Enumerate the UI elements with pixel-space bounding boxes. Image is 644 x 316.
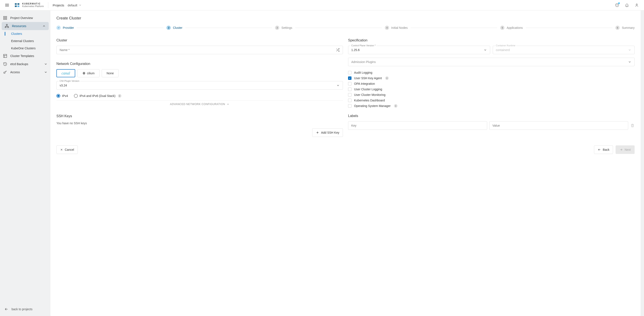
check-os-manager[interactable]: Operating System Manager i — [348, 104, 634, 108]
shuffle-icon[interactable] — [336, 48, 340, 52]
next-button[interactable]: Next — [616, 145, 634, 154]
sidebar-item-label: etcd Backups — [10, 62, 28, 66]
info-icon[interactable]: i — [385, 76, 389, 80]
cluster-name-field[interactable] — [56, 46, 343, 54]
add-ssh-key-button[interactable]: Add SSH Key — [312, 128, 343, 137]
svg-point-12 — [4, 72, 5, 73]
header-divider — [48, 2, 48, 8]
check-user-cluster-logging[interactable]: User Cluster Logging — [348, 87, 634, 91]
back-button[interactable]: Back — [594, 145, 613, 154]
svg-rect-5 — [6, 18, 7, 20]
sidebar-sub-clusters[interactable]: Clusters — [0, 30, 50, 37]
trash-icon[interactable] — [630, 123, 634, 128]
info-icon[interactable]: i — [118, 94, 121, 98]
step-summary: 6 Summary — [615, 26, 634, 30]
ip-radio-label: IPv4 and IPv6 (Dual Stack) — [80, 94, 116, 98]
sidebar-item-etcd-backups[interactable]: etcd Backups — [0, 60, 50, 68]
svg-rect-9 — [4, 54, 7, 58]
check-user-cluster-monitoring[interactable]: User Cluster Monitoring — [348, 93, 634, 96]
step-label: Initial Nodes — [391, 26, 408, 29]
chevron-down-icon — [226, 103, 230, 106]
sidebar-item-label: Access — [10, 70, 20, 74]
sidebar-item-access[interactable]: Access — [0, 68, 50, 76]
sidebar-sub-external-clusters[interactable]: External Clusters — [0, 37, 50, 45]
sidebar: Project Overview Resources Clusters Exte… — [0, 10, 50, 316]
check-audit-logging[interactable]: Audit Logging — [348, 71, 634, 74]
back-to-projects-label: back to projects — [12, 308, 32, 311]
check-icon — [58, 27, 60, 29]
svg-point-1 — [636, 4, 638, 5]
step-settings: 3 Settings — [275, 26, 292, 30]
back-label: Back — [603, 148, 610, 151]
step-label: Summary — [622, 26, 634, 29]
check-label: OPA Integration — [354, 82, 375, 85]
advanced-network-label: ADVANCED NETWORK CONFIGURATION — [170, 103, 225, 106]
notifications-button[interactable] — [623, 1, 631, 9]
svg-rect-8 — [8, 27, 8, 27]
chevron-down-icon — [44, 62, 48, 66]
sidebar-item-label: Resources — [12, 24, 26, 28]
advanced-network-toggle[interactable]: ADVANCED NETWORK CONFIGURATION — [56, 100, 343, 108]
sidebar-item-label: Project Overview — [10, 16, 33, 20]
svg-rect-2 — [4, 16, 5, 18]
cni-version-select[interactable]: CNI Plugin Version v3.24 — [56, 81, 343, 90]
check-label: User Cluster Logging — [354, 87, 382, 91]
sidebar-sub-kubeone-clusters[interactable]: KubeOne Clusters — [0, 45, 50, 52]
menu-toggle-button[interactable] — [4, 2, 11, 8]
cancel-button[interactable]: Cancel — [56, 145, 78, 154]
check-label: User SSH Key Agent — [354, 76, 382, 80]
section-labels-title: Labels — [348, 114, 634, 118]
ip-radio-ipv4[interactable]: IPv4 — [56, 94, 68, 98]
check-user-ssh-agent[interactable]: User SSH Key Agent i — [348, 76, 634, 80]
svg-rect-7 — [5, 27, 6, 27]
ip-radio-label: IPv4 — [62, 94, 68, 98]
chevron-down-icon — [628, 60, 632, 64]
ip-radio-dualstack[interactable]: IPv4 and IPv6 (Dual Stack) i — [74, 94, 121, 98]
sidebar-item-label: Cluster Templates — [10, 54, 34, 58]
sidebar-item-overview[interactable]: Project Overview — [0, 14, 50, 22]
chevron-up-icon — [42, 24, 46, 28]
history-icon — [3, 62, 7, 66]
chevron-down-icon — [44, 70, 48, 74]
control-plane-version-select[interactable]: Control Plane Version * 1.25.6 — [348, 46, 490, 54]
step-number: 5 — [500, 26, 504, 30]
cni-label: None — [106, 71, 114, 75]
step-label: Applications — [506, 26, 523, 29]
label-key-field[interactable] — [348, 121, 487, 130]
ssh-empty-text: You have no SSH keys — [56, 121, 343, 125]
step-cluster[interactable]: 2 Cluster — [166, 26, 182, 30]
cancel-label: Cancel — [65, 148, 74, 151]
add-ssh-label: Add SSH Key — [321, 131, 339, 134]
label-value-input[interactable] — [492, 124, 625, 127]
info-icon[interactable]: i — [394, 104, 398, 108]
cni-option-cilium[interactable]: cilium — [77, 69, 100, 77]
sidebar-item-resources[interactable]: Resources — [2, 22, 49, 30]
projects-link[interactable]: Projects — [52, 3, 64, 7]
template-icon — [3, 54, 7, 58]
cni-label: cilium — [87, 71, 95, 75]
step-label: Cluster — [173, 26, 182, 29]
section-cluster-title: Cluster — [56, 38, 343, 42]
cni-option-canal[interactable]: canal — [56, 69, 75, 77]
cluster-name-input[interactable] — [60, 48, 336, 52]
section-network-title: Network Configuration — [56, 62, 343, 66]
label-key-input[interactable] — [351, 124, 484, 127]
step-provider[interactable]: Provider — [56, 26, 74, 30]
brand-logo[interactable]: KUBERMATIC Kubernetes Platform — [14, 2, 44, 8]
label-value-field[interactable] — [489, 121, 628, 130]
cni-label: canal — [62, 71, 70, 76]
changelog-button[interactable] — [613, 1, 621, 9]
admission-plugins-select[interactable]: Admission Plugins — [348, 58, 634, 66]
container-runtime-select[interactable]: Container Runtime containerd — [493, 46, 635, 54]
back-to-projects-link[interactable]: back to projects — [0, 304, 50, 316]
project-selector[interactable]: default — [68, 3, 82, 7]
cilium-icon — [82, 71, 86, 75]
account-button[interactable] — [633, 1, 640, 9]
step-number: 6 — [615, 26, 620, 30]
check-kubernetes-dashboard[interactable]: Kubernetes Dashboard — [348, 99, 634, 102]
check-label: Operating System Manager — [354, 104, 390, 108]
check-opa-integration[interactable]: OPA Integration — [348, 82, 634, 85]
sidebar-item-templates[interactable]: Cluster Templates — [0, 52, 50, 60]
cni-option-none[interactable]: None — [102, 69, 118, 77]
svg-rect-3 — [6, 16, 7, 18]
